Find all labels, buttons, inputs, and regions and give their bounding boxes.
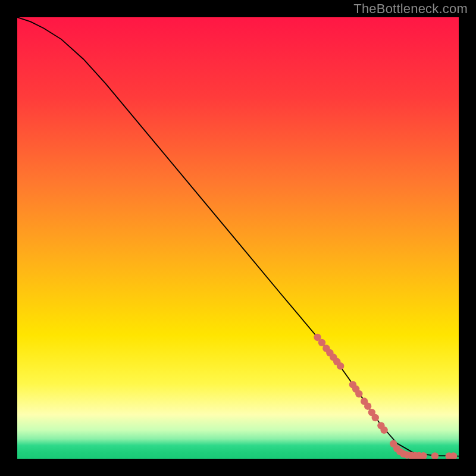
data-marker [364, 403, 371, 410]
data-marker [380, 427, 387, 434]
data-marker [372, 414, 379, 421]
watermark-text: TheBottleneck.com [353, 1, 468, 17]
data-marker [431, 452, 439, 459]
chart-frame: TheBottleneck.com [0, 0, 476, 476]
data-overlay [17, 17, 459, 459]
data-marker [337, 362, 344, 369]
curve-line [17, 17, 459, 456]
markers-group [314, 334, 457, 459]
data-marker [355, 390, 362, 397]
